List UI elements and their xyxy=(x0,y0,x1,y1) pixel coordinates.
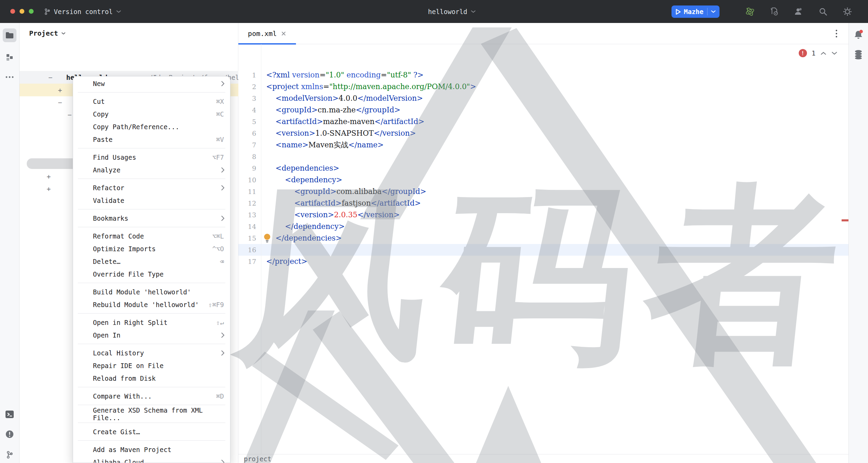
menu-item-label: Add as Maven Project xyxy=(93,446,171,453)
menu-item-create-gist[interactable]: Create Gist… xyxy=(73,425,230,438)
folder-module-icon xyxy=(57,73,66,82)
menu-item-find-usages[interactable]: Find Usages⌥F7 xyxy=(73,151,230,163)
breadcrumb-item[interactable]: project xyxy=(244,455,271,463)
menu-item-generate-xsd-schema-from-xml-file[interactable]: Generate XSD Schema from XML File... xyxy=(73,407,230,420)
menu-item-local-history[interactable]: Local History xyxy=(73,346,230,359)
chevron-down-icon[interactable] xyxy=(711,10,716,13)
intention-bulb-icon[interactable] xyxy=(263,233,271,243)
notifications-bell-icon[interactable] xyxy=(852,28,865,41)
tree-expand-toggle[interactable]: + xyxy=(57,86,63,94)
menu-item-compare-with[interactable]: Compare With...⌘D xyxy=(73,390,230,402)
user-icon[interactable] xyxy=(793,6,805,17)
menu-item-new[interactable]: New xyxy=(73,77,230,90)
menu-item-optimize-imports[interactable]: Optimize Imports^⌥O xyxy=(73,242,230,255)
menu-item-paste[interactable]: Paste⌘V xyxy=(73,133,230,146)
menu-item-add-as-maven-project[interactable]: Add as Maven Project xyxy=(73,443,230,456)
menu-divider xyxy=(78,209,225,209)
line-number: 15 xyxy=(239,232,256,244)
menu-item-shortcut: ⌘C xyxy=(216,110,224,118)
tree-expand-toggle[interactable]: + xyxy=(45,172,52,181)
code-line-7: <name>Maven实战</name> xyxy=(266,139,384,151)
error-stripe-mark[interactable] xyxy=(842,219,848,221)
settings-gear-icon[interactable] xyxy=(842,6,853,17)
menu-item-validate[interactable]: Validate xyxy=(73,194,230,207)
menu-divider xyxy=(78,227,225,227)
vcs-widget[interactable]: Version control xyxy=(44,0,121,23)
tab-options-kebab-icon[interactable] xyxy=(831,28,842,39)
menu-divider xyxy=(78,92,225,93)
code-line-9: <dependencies> xyxy=(266,162,339,174)
menu-item-label: Copy Path/Reference... xyxy=(93,123,179,131)
menu-item-override-file-type[interactable]: Override File Type xyxy=(73,268,230,280)
plugin-atom-icon[interactable] xyxy=(744,6,756,17)
menu-item-label: Delete… xyxy=(93,258,120,265)
reload-icon xyxy=(79,374,88,383)
menu-item-label: Find Usages xyxy=(93,154,136,161)
traffic-lights xyxy=(10,9,34,14)
more-ellipsis-icon[interactable] xyxy=(3,70,16,84)
submenu-arrow-icon xyxy=(221,459,225,463)
menu-item-open-in-right-split[interactable]: Open in Right Split⇧↵ xyxy=(73,316,230,329)
menu-item-copy[interactable]: Copy⌘C xyxy=(73,108,230,120)
services-file-gear-icon[interactable] xyxy=(769,6,780,17)
zoom-window-button[interactable] xyxy=(29,9,34,14)
split-right-icon xyxy=(79,318,88,327)
minimize-window-button[interactable] xyxy=(20,9,24,14)
menu-item-reformat-code[interactable]: Reformat Code⌥⌘L xyxy=(73,230,230,242)
project-switcher[interactable]: helloworld xyxy=(428,0,476,23)
code-area[interactable]: 1234567891011121314151617 <?xml version=… xyxy=(238,44,848,454)
line-number: 1 xyxy=(239,69,256,81)
menu-item-label: Optimize Imports xyxy=(93,245,156,253)
menu-item-cut[interactable]: Cut⌘X xyxy=(73,95,230,108)
line-number: 13 xyxy=(239,209,256,221)
project-switcher-label: helloworld xyxy=(428,8,467,15)
menu-item-reload-from-disk[interactable]: Reload from Disk xyxy=(73,372,230,385)
line-number: 6 xyxy=(239,127,256,139)
code-line-4: <groupId>cn.ma-zhe</groupId> xyxy=(266,104,400,116)
menu-divider xyxy=(78,313,225,314)
menu-item-analyze[interactable]: Analyze xyxy=(73,163,230,176)
menu-item-open-in[interactable]: Open In xyxy=(73,329,230,341)
line-number: 10 xyxy=(239,174,256,186)
line-number: 14 xyxy=(239,221,256,232)
menu-item-rebuild-module-helloworld[interactable]: Rebuild Module 'helloworld'⇧⌘F9 xyxy=(73,298,230,311)
search-icon[interactable] xyxy=(817,6,829,17)
menu-item-shortcut: ⇧⌘F9 xyxy=(208,301,224,308)
editor-area: pom.xml ! 1 1234567891011121314151617 <?… xyxy=(238,23,848,463)
titlebar: Version control helloworld Mazhe xyxy=(0,0,868,23)
terminal-icon[interactable] xyxy=(3,407,16,421)
code-line-13: <version>2.0.35</version> xyxy=(266,209,400,221)
tree-collapse-toggle[interactable]: − xyxy=(57,98,63,107)
code-line-1: <?xml version="1.0" encoding="utf-8" ?> xyxy=(266,69,424,81)
run-configuration-button[interactable]: Mazhe xyxy=(671,5,720,18)
git-branch-icon[interactable] xyxy=(3,448,16,462)
menu-item-delete[interactable]: Delete…⌫ xyxy=(73,255,230,268)
menu-item-copy-path-reference[interactable]: Copy Path/Reference... xyxy=(73,120,230,133)
structure-modules-icon[interactable] xyxy=(3,50,16,64)
line-number: 12 xyxy=(239,197,256,209)
chevron-down-icon xyxy=(471,10,476,13)
close-icon[interactable] xyxy=(281,31,286,36)
menu-item-refactor[interactable]: Refactor xyxy=(73,181,230,194)
problems-icon[interactable] xyxy=(3,427,16,441)
tab-pom-xml[interactable]: pom.xml xyxy=(238,23,296,44)
tree-collapse-toggle[interactable]: − xyxy=(66,111,73,119)
code-line-11: <groupId>com.alibaba</groupId> xyxy=(266,186,426,197)
menu-item-label: Alibaba Cloud xyxy=(93,459,144,463)
menu-item-label: Local History xyxy=(93,349,144,357)
menu-item-label: New xyxy=(93,80,105,87)
close-window-button[interactable] xyxy=(10,9,15,14)
menu-item-alibaba-cloud[interactable]: Alibaba Cloud xyxy=(73,456,230,463)
run-configuration-label: Mazhe xyxy=(684,8,703,15)
menu-item-build-module-helloworld[interactable]: Build Module 'helloworld' xyxy=(73,285,230,298)
menu-item-label: Create Gist… xyxy=(93,428,140,436)
menu-item-label: Reformat Code xyxy=(93,232,144,240)
project-folder-icon[interactable] xyxy=(3,28,16,42)
line-number: 2 xyxy=(239,81,256,93)
menu-item-bookmarks[interactable]: Bookmarks xyxy=(73,212,230,224)
project-panel-header[interactable]: Project xyxy=(29,29,66,37)
tree-collapse-toggle[interactable]: − xyxy=(47,73,54,82)
database-icon[interactable] xyxy=(852,48,865,61)
tree-expand-toggle[interactable]: + xyxy=(45,185,52,193)
menu-item-repair-ide-on-file[interactable]: Repair IDE on File xyxy=(73,359,230,372)
